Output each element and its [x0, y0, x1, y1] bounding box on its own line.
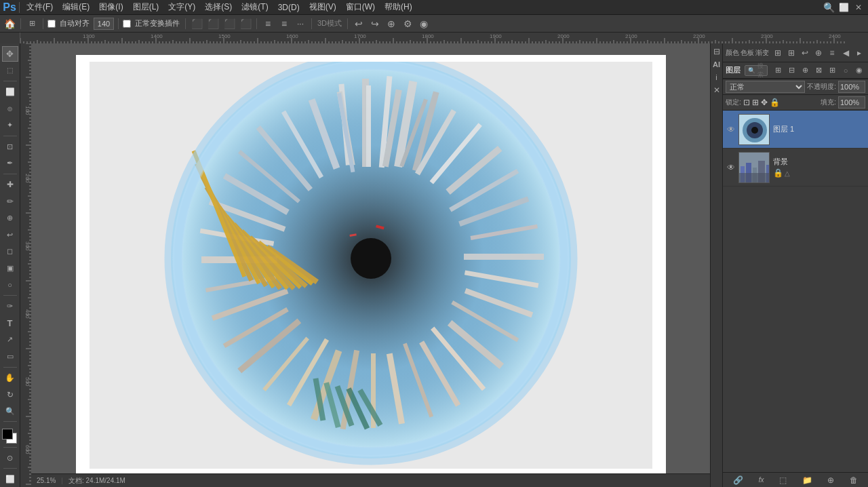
window-close-icon[interactable]: ✕: [852, 1, 865, 14]
lock-move-icon[interactable]: ✥: [761, 98, 768, 107]
align-center-icon[interactable]: ⬛: [206, 17, 220, 31]
align-left-icon[interactable]: ⬛: [190, 17, 203, 31]
filter-effect-icon[interactable]: ⊕: [799, 64, 811, 77]
path-select-tool[interactable]: ↗: [2, 332, 18, 348]
lock-pixel-icon[interactable]: ⊞: [752, 98, 759, 107]
blend-mode-select[interactable]: 正常 溶解 正片叠底: [726, 81, 805, 93]
layer-2-visibility[interactable]: 👁: [726, 162, 736, 173]
menu-edit[interactable]: 编辑(E): [58, 0, 94, 14]
panel-icon3[interactable]: ↩: [799, 47, 811, 59]
eraser-tool[interactable]: ◻: [2, 244, 18, 260]
window-resize-icon[interactable]: ⬜: [837, 1, 850, 14]
opacity-label: 不透明度:: [807, 82, 836, 92]
menu-filter[interactable]: 滤镜(T): [237, 0, 272, 14]
gradient-tool[interactable]: ▣: [2, 260, 18, 276]
filter-toggle-icon[interactable]: ◉: [853, 64, 865, 77]
view-toggle-icon[interactable]: ◉: [417, 17, 431, 31]
layer-1-visibility[interactable]: 👁: [726, 124, 736, 135]
auto-mode-checkbox[interactable]: [47, 20, 56, 28]
toggle-icon[interactable]: ⊕: [384, 17, 398, 31]
quick-mask-tool[interactable]: ⊙: [2, 450, 18, 466]
pen-tool[interactable]: ✑: [2, 298, 18, 314]
filter-kind-icon[interactable]: ⊞: [772, 64, 784, 77]
filter-color-icon[interactable]: ○: [840, 64, 852, 77]
panel-icon2[interactable]: ⊞: [785, 47, 797, 59]
layer-item-1[interactable]: 👁 图层 1: [723, 111, 868, 149]
eyedropper-tool[interactable]: ✒: [2, 156, 18, 172]
ps-logo[interactable]: Ps: [3, 1, 16, 14]
layers-search-box[interactable]: 🔍 搜索: [745, 65, 768, 76]
canvas-document: [76, 55, 666, 475]
menu-3d[interactable]: 3D(D): [274, 1, 304, 14]
layer-item-2[interactable]: 👁 背景 🔒: [723, 149, 868, 187]
panel-expand-icon[interactable]: ✕: [711, 85, 722, 96]
distribute2-icon[interactable]: ≡: [277, 17, 291, 31]
svg-rect-21: [464, 254, 544, 260]
layer-1-info: 图层 1: [773, 124, 865, 134]
text-tool[interactable]: T: [2, 315, 18, 331]
menu-select[interactable]: 选择(S): [201, 0, 236, 14]
brush-tool[interactable]: ✏: [2, 194, 18, 210]
menu-window[interactable]: 窗口(W): [342, 0, 379, 14]
menu-layer[interactable]: 图层(L): [129, 0, 163, 14]
new-layer-icon[interactable]: ⊕: [827, 475, 834, 485]
filter-attrib-icon[interactable]: ⊞: [826, 64, 838, 77]
shape-tool[interactable]: ▭: [2, 349, 18, 364]
panel-icon4[interactable]: ⊕: [812, 47, 825, 59]
delete-layer-icon[interactable]: 🗑: [850, 475, 858, 485]
panel-icon1[interactable]: ⊞: [772, 47, 784, 59]
align-right-icon[interactable]: ⬛: [222, 17, 236, 31]
panel-info-icon[interactable]: i: [711, 72, 722, 83]
move-tool[interactable]: ✥: [2, 46, 18, 62]
brush-size-input[interactable]: [94, 18, 114, 30]
panel-options-icon[interactable]: ⊟: [711, 46, 722, 57]
color-swatches[interactable]: [2, 429, 18, 444]
artboard-tool[interactable]: ⬚: [2, 63, 18, 79]
lock-all-icon[interactable]: 🔒: [770, 98, 780, 107]
menu-text[interactable]: 文字(Y): [164, 0, 199, 14]
ruler-vertical: [20, 43, 31, 487]
clone-tool[interactable]: ⊕: [2, 210, 18, 226]
lock-pos-icon[interactable]: ⊡: [743, 98, 750, 107]
home-icon[interactable]: 🏠: [3, 17, 16, 31]
panel-close-icon[interactable]: ◀: [840, 47, 852, 59]
screen-mode-tool[interactable]: ⬜: [2, 471, 18, 487]
more-icon[interactable]: ···: [294, 17, 307, 31]
panel-ai-icon[interactable]: AI: [711, 59, 722, 70]
search-icon[interactable]: 🔍: [822, 1, 835, 14]
menu-view[interactable]: 视图(V): [305, 0, 340, 14]
align-middle-icon[interactable]: ⬛: [239, 17, 252, 31]
menu-help[interactable]: 帮助(H): [380, 0, 416, 14]
panel-collapse-icon[interactable]: ≡: [826, 47, 838, 59]
distribute-icon[interactable]: ≡: [261, 17, 275, 31]
menu-image[interactable]: 图像(I): [95, 0, 127, 14]
new-group-icon[interactable]: 📁: [802, 475, 812, 485]
undo-icon[interactable]: ↩: [352, 17, 366, 31]
filter-name-icon[interactable]: ⊟: [785, 64, 797, 77]
fill-input[interactable]: [838, 96, 865, 109]
spot-heal-tool[interactable]: ✚: [2, 177, 18, 193]
add-mask-icon[interactable]: ⬚: [779, 475, 787, 485]
history-brush-tool[interactable]: ↩: [2, 227, 18, 243]
add-link-icon[interactable]: 🔗: [733, 475, 743, 485]
layers-panel: 颜色 色板 渐变 ⊞ ⊞ ↩ ⊕ ≡ ◀ ▸ 图层 🔍 搜索: [722, 43, 868, 487]
redo-icon[interactable]: ↪: [368, 17, 382, 31]
rotate-view-tool[interactable]: ↻: [2, 387, 18, 402]
tool-options-icon[interactable]: ⊞: [25, 17, 39, 31]
add-fx-icon[interactable]: fx: [759, 476, 764, 484]
crop-tool[interactable]: ⊡: [2, 139, 18, 155]
panel-expand2-icon[interactable]: ▸: [853, 47, 865, 59]
hand-tool[interactable]: ✋: [2, 370, 18, 386]
filter-mode-icon[interactable]: ⊠: [812, 64, 825, 77]
rectangle-select-tool[interactable]: ⬜: [2, 84, 18, 100]
dodge-tool[interactable]: ○: [2, 277, 18, 293]
opacity-input[interactable]: [838, 81, 865, 93]
menu-file[interactable]: 文件(F): [22, 0, 57, 14]
lasso-tool[interactable]: ⌾: [2, 101, 18, 117]
zoom-tool[interactable]: 🔍: [2, 404, 18, 419]
layer-2-thumbnail: [738, 152, 770, 183]
quick-select-tool[interactable]: ✦: [2, 117, 18, 133]
settings-icon2[interactable]: ⚙: [401, 17, 414, 31]
transform-checkbox[interactable]: [123, 20, 131, 28]
left-sep-2: [3, 136, 17, 136]
